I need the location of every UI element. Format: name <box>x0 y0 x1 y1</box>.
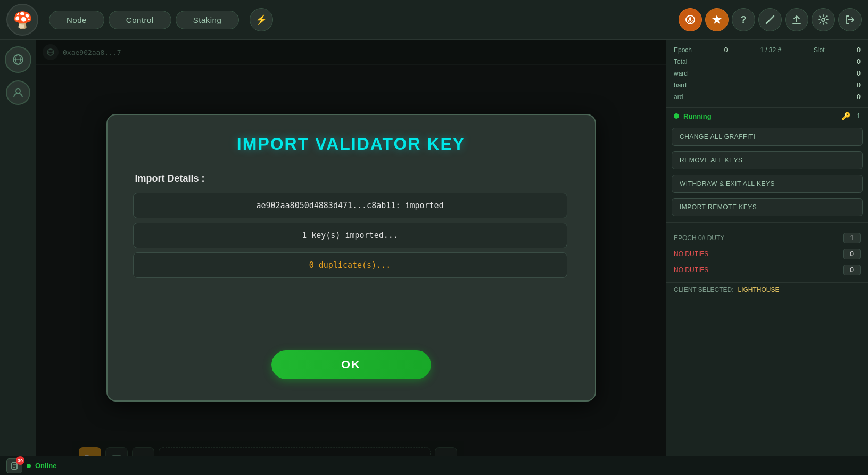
change-all-graffiti-button[interactable]: CHANGE ALL GRAFFITI <box>672 128 863 146</box>
epoch-value: 0 <box>724 46 728 54</box>
import-row-key: ae902aa8050d4883d471...c8ab11: imported <box>133 193 567 218</box>
upload-icon <box>791 14 802 25</box>
total-row: Total 0 <box>674 56 861 68</box>
nav-tab-staking[interactable]: Staking <box>176 11 239 29</box>
notification-icon-box[interactable]: 39 <box>6 458 22 473</box>
logo[interactable]: 🍄 <box>6 4 38 36</box>
epoch-row: Epoch 0 1 / 32 # Slot 0 <box>674 44 861 56</box>
no-duties-label-2: NO DUTIES <box>674 266 708 274</box>
main-layout: 0xae902aa8...7 IMPORT VALIDATOR KEY Impo… <box>0 40 868 475</box>
bard-row: bard 0 <box>674 79 861 91</box>
no-duties-value-1: 0 <box>843 249 861 259</box>
nav-tabs: Node Control Staking <box>49 11 239 29</box>
ard-value: 0 <box>857 93 861 101</box>
nav-tab-node[interactable]: Node <box>49 11 104 29</box>
microphone-icon <box>684 14 696 26</box>
import-details-label: Import Details : <box>133 173 569 184</box>
withdraw-exit-all-keys-button[interactable]: WITHDRAW & EXIT ALL KEYS <box>672 175 863 193</box>
ard-row: ard 0 <box>674 91 861 103</box>
import-validator-key-modal: IMPORT VALIDATOR KEY Import Details : ae… <box>106 114 596 402</box>
remove-all-keys-button[interactable]: REMOVE ALL KEYS <box>672 151 863 169</box>
user-icon <box>12 87 24 99</box>
no-duties-value-2: 0 <box>843 265 861 275</box>
slot-count-label: 1 / 32 # <box>760 46 781 54</box>
no-duties-row-2: NO DUTIES 0 <box>674 262 861 278</box>
bard-label: bard <box>674 81 687 89</box>
right-sidebar: Epoch 0 1 / 32 # Slot 0 Total 0 ward 0 b… <box>666 40 868 475</box>
left-sidebar <box>0 40 36 475</box>
nav-icon-settings2[interactable] <box>705 8 729 31</box>
nav-icon-sword[interactable] <box>758 8 782 31</box>
wallet-address-icon[interactable] <box>5 46 31 73</box>
nav-center-button[interactable]: ⚡ <box>250 8 273 31</box>
rs-divider <box>666 222 868 223</box>
no-duties-row-1: NO DUTIES 0 <box>674 246 861 262</box>
notification-badge: 39 <box>16 456 24 465</box>
sword-icon <box>765 14 775 25</box>
slot-label: Slot <box>814 46 825 54</box>
gear2-icon <box>711 14 723 26</box>
epoch-duty-row: EPOCH 0# DUTY 1 <box>674 230 861 246</box>
client-row: CLIENT SELECTED: LIGHTHOUSE <box>666 282 868 297</box>
running-row: Running 🔑 1 <box>666 108 868 125</box>
key-icon: 🔑 <box>841 112 850 120</box>
import-remote-keys-button[interactable]: IMPORT REMOTE KEYS <box>672 198 863 216</box>
status-bar: 39 Online <box>0 456 868 475</box>
svg-rect-1 <box>689 17 691 21</box>
epoch-label: Epoch <box>674 46 692 54</box>
import-row-duplicate: 0 duplicate(s)... <box>133 252 567 278</box>
import-list: ae902aa8050d4883d471...c8ab11: imported … <box>133 193 569 278</box>
client-selected-label: CLIENT SELECTED: <box>674 286 733 293</box>
online-label: Online <box>35 462 56 470</box>
ward-value: 0 <box>857 70 861 77</box>
svg-line-5 <box>767 22 768 23</box>
total-value: 0 <box>857 58 861 65</box>
exit-icon <box>845 14 855 25</box>
question-icon: ? <box>741 14 747 26</box>
nav-icon-upload[interactable] <box>785 8 808 31</box>
logo-icon: 🍄 <box>13 11 32 29</box>
ward-row: ward 0 <box>674 68 861 79</box>
ward-label: ward <box>674 70 688 77</box>
running-dot <box>674 113 679 119</box>
svg-point-7 <box>822 18 825 21</box>
top-nav: 🍄 Node Control Staking ⚡ ? <box>0 0 868 40</box>
epoch-duty-value: 1 <box>843 233 861 243</box>
svg-point-11 <box>16 89 20 93</box>
slot-value: 0 <box>857 46 861 54</box>
ard-label: ard <box>674 93 683 101</box>
ok-button[interactable]: OK <box>271 350 431 379</box>
modal-overlay: IMPORT VALIDATOR KEY Import Details : ae… <box>36 40 666 475</box>
no-duties-label-1: NO DUTIES <box>674 250 708 258</box>
online-dot <box>27 464 31 468</box>
nav-icon-alert[interactable] <box>679 8 702 31</box>
running-label: Running <box>683 112 712 120</box>
nav-icons-right: ? <box>679 8 862 31</box>
svg-marker-3 <box>712 15 722 24</box>
epoch-duty-label: EPOCH 0# DUTY <box>674 234 724 242</box>
bard-value: 0 <box>857 81 861 89</box>
modal-title: IMPORT VALIDATOR KEY <box>237 134 465 154</box>
duty-section: EPOCH 0# DUTY 1 NO DUTIES 0 NO DUTIES 0 <box>666 226 868 282</box>
client-selected-value: LIGHTHOUSE <box>738 286 779 293</box>
nav-icon-exit[interactable] <box>838 8 862 31</box>
wallet-icon <box>12 54 24 65</box>
gear-icon <box>818 14 829 25</box>
user-avatar[interactable] <box>6 80 30 105</box>
nav-icon-gear[interactable] <box>812 8 835 31</box>
stats-section: Epoch 0 1 / 32 # Slot 0 Total 0 ward 0 b… <box>666 40 868 108</box>
total-label: Total <box>674 58 687 65</box>
import-row-count: 1 key(s) imported... <box>133 223 567 248</box>
center-icon: ⚡ <box>255 14 267 26</box>
nav-icon-help[interactable]: ? <box>732 8 755 31</box>
nav-tab-control[interactable]: Control <box>109 11 171 29</box>
running-count: 1 <box>857 112 861 120</box>
center-content: 0xae902aa8...7 IMPORT VALIDATOR KEY Impo… <box>36 40 666 475</box>
